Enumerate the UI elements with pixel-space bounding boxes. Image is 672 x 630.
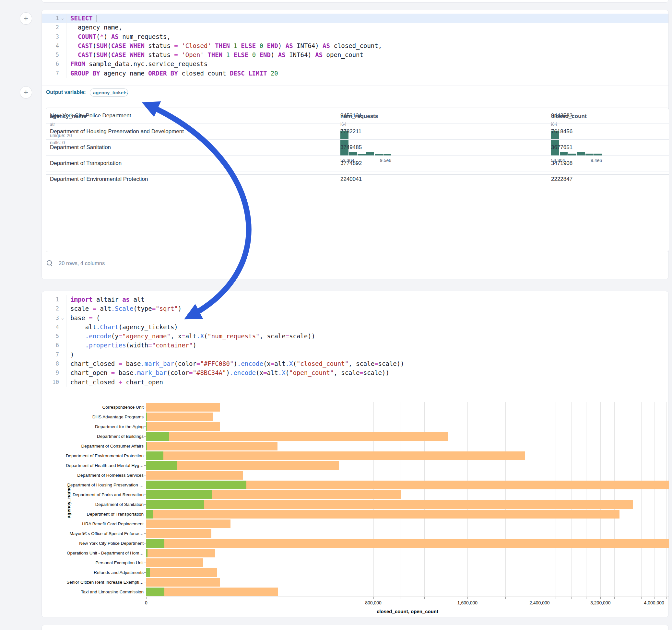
line-number: 2: [45, 304, 59, 313]
y-axis-category-label: Personal Exemption Unit: [43, 560, 144, 565]
bar-closed-count: [146, 413, 213, 421]
x-axis-title: closed_count, open_count: [377, 609, 438, 614]
sql-editor[interactable]: 1⌄SELECT 2 agency_name,3 COUNT(*) AS num…: [42, 10, 668, 78]
line-number: 3: [45, 313, 59, 322]
code-line: 2scale = alt.Scale(type="sqrt"): [42, 304, 668, 313]
text-cursor: [97, 15, 97, 22]
gutter-spacer: [59, 50, 66, 59]
table-row[interactable]: Department of Transportation377489234719…: [46, 155, 669, 171]
result-table-area: agency_namestrunique: 20nulls: 0num_requ…: [42, 99, 668, 280]
python-editor[interactable]: 1import altair as alt2scale = alt.Scale(…: [42, 291, 668, 387]
cell-closed_count: 3677651: [549, 140, 669, 155]
line-number: 7: [45, 69, 59, 78]
table-body: New York City Police Department945313194…: [46, 108, 669, 187]
fold-chevron-icon[interactable]: ⌄: [59, 14, 66, 23]
gutter-spacer: [59, 23, 66, 32]
search-icon[interactable]: [46, 260, 53, 266]
x-axis-tick: [641, 597, 642, 599]
gridline: [505, 402, 506, 597]
bar-closed-count: [146, 432, 448, 441]
table-row[interactable]: Department of Environmental Protection22…: [46, 171, 669, 187]
x-axis-tick: [571, 597, 572, 599]
gridline: [260, 402, 260, 597]
table-row[interactable]: Department of Housing Preservation and D…: [46, 124, 669, 140]
gutter-spacer: [59, 304, 66, 313]
y-axis-category-label: New York City Police Department: [43, 541, 144, 546]
gridline: [467, 402, 468, 597]
cell-closed_count: 3471908: [549, 155, 669, 171]
x-axis-tick: [467, 597, 468, 599]
line-number: 2: [45, 23, 59, 32]
bar-open-count: [146, 461, 177, 470]
gutter-spacer: [59, 32, 66, 41]
fold-chevron-icon[interactable]: ⌄: [59, 313, 66, 322]
bar-closed-count: [146, 442, 278, 451]
cell-closed_count: 9443533: [549, 108, 669, 123]
bar-closed-count: [146, 587, 278, 596]
gridline: [614, 402, 615, 597]
x-axis-tick: [628, 597, 628, 599]
cell-agency_name: Department of Environmental Protection: [46, 171, 342, 187]
code-line: 10chart_closed + chart_open: [42, 378, 668, 387]
y-axis-tick: [144, 446, 146, 446]
x-axis-tick: [540, 597, 540, 599]
gridline: [556, 402, 556, 597]
code-line: 1⌄SELECT: [42, 14, 668, 23]
x-axis-tick-label: 1,600,000: [457, 600, 478, 605]
bar-closed-count: [146, 519, 231, 528]
y-axis-tick: [144, 553, 146, 553]
gutter-spacer: [59, 359, 66, 368]
code-line: 6 .properties(width="container"): [42, 341, 668, 350]
gridline: [487, 402, 487, 597]
bar-closed-count: [146, 500, 633, 509]
output-variable-label: Output variable:: [46, 90, 86, 95]
line-number: 6: [45, 341, 59, 350]
line-number: 5: [45, 50, 59, 59]
code-line: 3 COUNT(*) AS num_requests,: [42, 32, 668, 41]
x-axis-tick: [614, 597, 615, 599]
x-axis-tick-label: 4,000,000: [644, 600, 664, 605]
y-axis-tick: [144, 543, 146, 543]
code-line: 3⌄base = (: [42, 313, 668, 322]
table-row[interactable]: Department of Sanitation37494853677651: [46, 140, 669, 155]
y-axis-category-label: Department of Housing Preservation …: [43, 483, 144, 487]
x-axis-tick: [343, 597, 343, 599]
y-axis-category-label: Operations Unit - Department of Hom…: [43, 551, 144, 555]
y-axis-category-label: Department of Health and Mental Hyg…: [43, 463, 144, 468]
bar-closed-count: [146, 568, 217, 577]
bar-closed-count: [146, 510, 620, 518]
cell-num_requests: 9453131: [338, 108, 551, 123]
y-axis-tick: [144, 592, 146, 592]
bar-closed-count: [146, 471, 243, 480]
bar-closed-count: [146, 452, 525, 460]
add-cell-button-output[interactable]: +: [20, 86, 32, 98]
x-axis-line: [146, 597, 669, 597]
y-axis-tick: [144, 494, 146, 495]
output-variable-badge[interactable]: agency_tickets: [90, 89, 128, 97]
cell-agency_name: Department of Sanitation: [46, 140, 342, 155]
y-axis-category-label: Department of Homeless Services: [43, 473, 144, 478]
y-axis-tick: [144, 407, 146, 407]
x-axis-tick: [586, 597, 586, 599]
x-axis-tick-label: 3,200,000: [590, 600, 610, 605]
x-axis-tick: [667, 597, 667, 599]
gutter-spacer: [59, 295, 66, 304]
y-axis-category-label: Taxi and Limousine Commission: [43, 589, 144, 595]
x-axis-tick: [600, 597, 601, 599]
bar-open-count: [146, 549, 147, 557]
code-line: 4 alt.Chart(agency_tickets): [42, 322, 668, 332]
table-row[interactable]: New York City Police Department945313194…: [46, 108, 669, 124]
x-axis-tick: [307, 597, 307, 599]
bar-open-count: [146, 413, 147, 421]
gutter-spacer: [59, 378, 66, 387]
y-axis-category-label: DHS Advantage Programs: [43, 414, 144, 419]
cell-num_requests: 3774892: [338, 155, 551, 171]
add-cell-button-top[interactable]: +: [20, 12, 32, 25]
bar-open-count: [146, 490, 212, 499]
x-axis-tick-label: 0: [145, 600, 147, 605]
bar-closed-count: [146, 578, 220, 587]
gridline: [654, 402, 654, 597]
y-axis-category-label: Department of Environmental Protection: [43, 453, 144, 458]
y-axis-category-label: Senior Citizen Rent Increase Exempti…: [43, 580, 144, 585]
code-line: 2 agency_name,: [42, 23, 668, 32]
